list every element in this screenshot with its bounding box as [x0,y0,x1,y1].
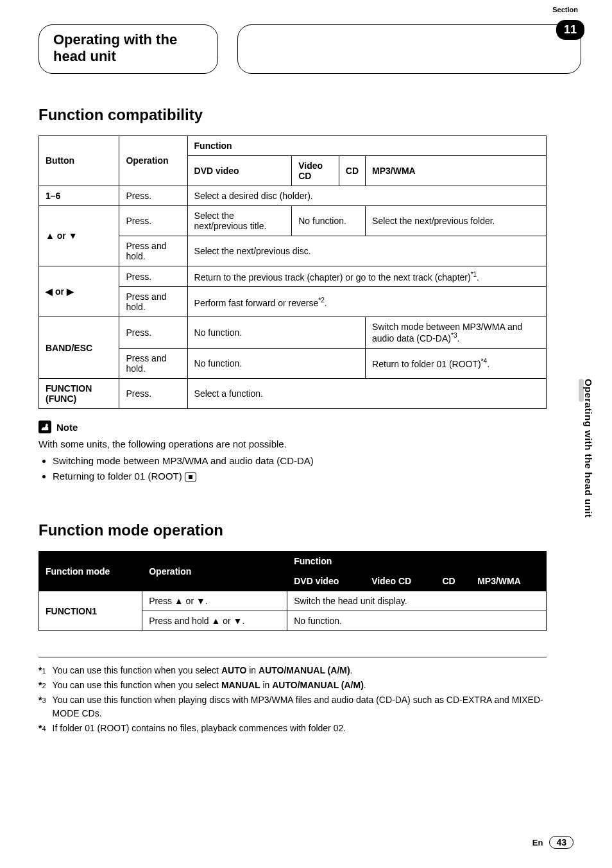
section-pill: Section 11 [237,24,581,74]
note-label: Note [56,422,78,433]
table-row: FUNCTION1 Press ▲ or ▼. Switch the head … [39,591,547,611]
col-mp3: MP3/WMA [471,571,547,591]
page-number: 43 [549,836,574,849]
col-mp3: MP3/WMA [366,155,547,186]
col-vcd: Video CD [292,155,339,186]
note-icon [38,421,51,433]
footnote: *2 You can use this function when you se… [38,679,547,692]
side-tab-label: Operating with the head unit [584,379,594,571]
col-cd: CD [436,571,471,591]
col-mode: Function mode [39,551,142,591]
page-footer: En 43 [532,836,574,849]
section-number-badge: 11 [556,20,584,40]
list-item: Switching mode between MP3/WMA and audio… [53,454,321,468]
page-title-pill: Operating with the head unit [38,24,218,74]
stop-icon [185,472,196,482]
table-row: BAND/ESC Press. No function. Switch mode… [39,317,547,349]
list-item: Returning to folder 01 (ROOT) [53,469,321,483]
col-operation: Operation [142,551,287,591]
col-dvd: DVD video [187,155,292,186]
col-dvd: DVD video [287,571,365,591]
col-function: Function [187,135,546,155]
footnotes: *1 You can use this function when you se… [38,657,547,735]
mode-table: Function mode Operation Function DVD vid… [38,551,547,631]
col-button: Button [39,135,119,186]
language-code: En [532,838,543,847]
section-heading-compatibility: Function compatibility [38,106,547,124]
col-operation: Operation [119,135,187,186]
table-row: 1–6 Press. Select a desired disc (holder… [39,186,547,205]
page-header: Operating with the head unit Section 11 [38,24,581,74]
col-function: Function [287,551,547,571]
col-cd: CD [339,155,365,186]
note-header: Note [38,421,547,433]
table-row: ▲ or ▼ Press. Select the next/previous t… [39,205,547,236]
footnote: *3 You can use this function when playin… [38,693,547,720]
section-label: Section [552,6,578,13]
col-vcd: Video CD [365,571,436,591]
footnote: *1 You can use this function when you se… [38,664,547,677]
note-body: With some units, the following operation… [38,437,321,483]
compatibility-table: Button Operation Function DVD video Vide… [38,135,547,409]
table-row: FUNCTION (FUNC) Press. Select a function… [39,379,547,409]
table-row: ◀ or ▶ Press. Return to the previous tra… [39,266,547,287]
section-heading-mode: Function mode operation [38,521,547,539]
footnote: *4 If folder 01 (ROOT) contains no files… [38,722,547,735]
